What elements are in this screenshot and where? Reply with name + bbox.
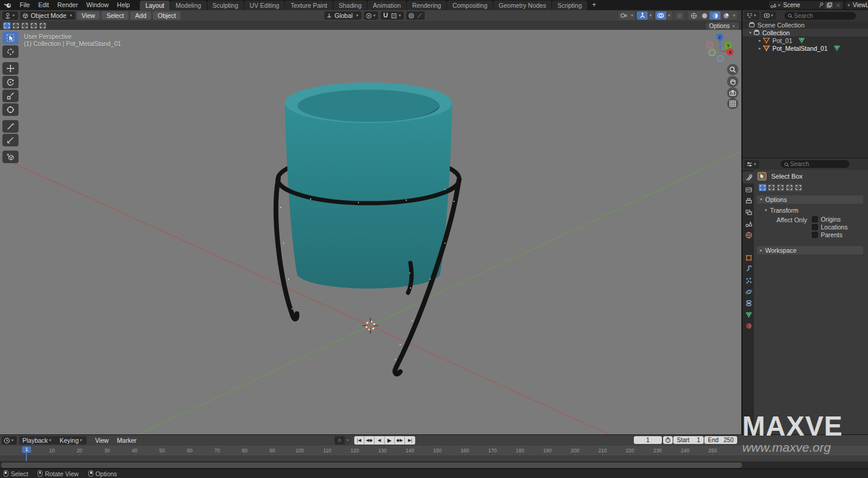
topbar-menu-item[interactable]: Render: [53, 0, 82, 10]
select-mode-new-icon[interactable]: [759, 184, 766, 191]
workspace-tab[interactable]: Modeling: [170, 1, 207, 10]
select-mode-subtract-icon[interactable]: [777, 184, 784, 191]
material-preview-shading-icon[interactable]: [710, 11, 720, 20]
topbar-menu-item[interactable]: File: [16, 0, 34, 10]
add-cube-tool[interactable]: [2, 151, 19, 163]
viewport-menu-item[interactable]: View: [77, 11, 100, 20]
workspace-tab[interactable]: Scripting: [552, 1, 588, 10]
topbar-menu-item[interactable]: Window: [82, 0, 112, 10]
properties-tab-tool-icon[interactable]: [744, 173, 753, 182]
pan-button[interactable]: [727, 76, 738, 87]
outliner-row-pot-metalstand[interactable]: ▸ Pot_MetalStand_01: [743, 44, 868, 52]
object-types-visibility-icon[interactable]: [618, 11, 629, 20]
solid-shading-icon[interactable]: [699, 11, 710, 20]
properties-tab-view-layer-icon[interactable]: [744, 207, 753, 217]
play-button[interactable]: ▶: [385, 436, 395, 445]
mode-dropdown[interactable]: Object Mode ▾: [20, 11, 75, 20]
properties-tab-object-icon[interactable]: [744, 253, 753, 262]
proportional-editing-control[interactable]: [406, 11, 425, 20]
new-scene-button[interactable]: [825, 2, 833, 9]
chevron-down-icon[interactable]: ▾: [629, 11, 635, 20]
chevron-down-icon[interactable]: ▾: [648, 11, 654, 20]
rotate-tool[interactable]: [2, 76, 19, 88]
workspace-tab[interactable]: Geometry Nodes: [493, 1, 552, 10]
current-frame-indicator[interactable]: 1: [22, 446, 31, 453]
select-mode-extend-icon[interactable]: [768, 184, 775, 191]
frame-start-field[interactable]: Start1: [673, 436, 704, 444]
select-mode-subtract-icon[interactable]: [21, 22, 29, 29]
measure-tool[interactable]: [2, 134, 19, 146]
add-workspace-button[interactable]: +: [590, 1, 599, 10]
properties-editor-dropdown[interactable]: ▾: [744, 160, 759, 168]
snapping-control[interactable]: ▾: [381, 11, 404, 20]
mesh-data-icon[interactable]: [798, 37, 805, 44]
outliner-row-pot01[interactable]: ▸ Pot_01: [743, 36, 868, 44]
3d-viewport[interactable]: ▾ Object Mode ▾ ViewSelectAddObject Glob…: [0, 10, 741, 434]
viewport-menu-item[interactable]: Select: [102, 11, 128, 20]
frame-end-field[interactable]: End250: [704, 436, 737, 444]
editor-divider-vertical[interactable]: [741, 10, 743, 434]
properties-tab-scene-icon[interactable]: [744, 219, 753, 228]
camera-view-button[interactable]: [727, 87, 738, 99]
timeline-editor-dropdown[interactable]: ▾: [2, 436, 17, 445]
rendered-shading-icon[interactable]: [720, 11, 731, 20]
outliner-row-collection[interactable]: ▾ Collection: [743, 29, 868, 36]
properties-tab-output-icon[interactable]: [744, 196, 753, 206]
workspace-tab[interactable]: Layout: [140, 1, 170, 10]
scrollbar-handle[interactable]: [1, 462, 742, 468]
toggle-ortho-button[interactable]: [727, 98, 738, 109]
pivot-point-dropdown[interactable]: ▾: [364, 11, 379, 20]
jump-to-end-button[interactable]: ▶|: [405, 436, 415, 445]
cursor-tool[interactable]: [2, 45, 19, 58]
pin-icon[interactable]: [818, 2, 824, 8]
unlink-scene-button[interactable]: [834, 2, 842, 9]
xray-icon[interactable]: [674, 11, 685, 20]
editor-type-dropdown[interactable]: ▾: [2, 11, 18, 20]
select-mode-new-icon[interactable]: [3, 22, 11, 29]
properties-tab-render-icon[interactable]: [744, 185, 753, 194]
viewport-menu-item[interactable]: Object: [153, 11, 180, 20]
select-box-tool[interactable]: [2, 32, 19, 44]
outliner-search[interactable]: [784, 12, 856, 20]
checkbox[interactable]: [812, 216, 818, 222]
topbar-menu-item[interactable]: Edit: [34, 0, 53, 10]
outliner-row-scene-collection[interactable]: Scene Collection: [743, 21, 868, 29]
select-mode-intersect-icon[interactable]: [795, 184, 802, 191]
workspace-tab[interactable]: Animation: [367, 1, 407, 10]
properties-tab-physics-icon[interactable]: [744, 287, 753, 296]
timeline-track-area[interactable]: [0, 455, 868, 461]
playback-menu[interactable]: Playback▾: [19, 437, 56, 444]
scale-tool[interactable]: [2, 90, 19, 102]
gizmo-neg-y-axis[interactable]: [709, 50, 716, 56]
select-mode-intersect-icon[interactable]: [39, 22, 47, 29]
workspace-tab[interactable]: Rendering: [407, 1, 447, 10]
properties-search[interactable]: [781, 160, 849, 168]
view-layer-selector[interactable]: ▾ ViewLayer: [845, 1, 868, 9]
keying-menu[interactable]: Keying▾: [56, 437, 87, 444]
viewport-menu-item[interactable]: Add: [130, 11, 151, 20]
properties-tab-particles-icon[interactable]: [744, 275, 753, 285]
chevron-down-icon[interactable]: ▾: [666, 11, 672, 20]
workspace-tab[interactable]: Shading: [333, 1, 368, 10]
next-keyframe-button[interactable]: ◆▶: [395, 436, 405, 445]
select-mode-invert-icon[interactable]: [786, 184, 793, 191]
marker-menu[interactable]: Marker: [117, 437, 137, 444]
move-tool[interactable]: [2, 62, 19, 75]
chevron-down-icon[interactable]: ▾: [345, 436, 351, 445]
gizmo-neg-z-axis[interactable]: [717, 56, 724, 62]
properties-tab-object-data-icon[interactable]: [744, 310, 753, 319]
outliner-editor-dropdown[interactable]: ▾: [744, 11, 759, 20]
current-frame-field[interactable]: 1: [634, 436, 662, 444]
disclosure-down-icon[interactable]: ▾: [747, 30, 753, 35]
gizmo-neg-x-axis[interactable]: [707, 42, 713, 48]
transform-tool[interactable]: [2, 103, 19, 116]
properties-search-input[interactable]: [790, 161, 844, 167]
chevron-down-icon[interactable]: ▾: [731, 11, 737, 20]
gizmos-icon[interactable]: [637, 11, 648, 20]
annotate-tool[interactable]: [2, 120, 19, 133]
select-mode-extend-icon[interactable]: [12, 22, 20, 29]
use-preview-range-button[interactable]: [663, 436, 673, 444]
disclosure-right-icon[interactable]: ▸: [757, 46, 763, 51]
outliner-filter-dropdown[interactable]: ▾: [762, 11, 777, 20]
select-mode-invert-icon[interactable]: [30, 22, 38, 29]
